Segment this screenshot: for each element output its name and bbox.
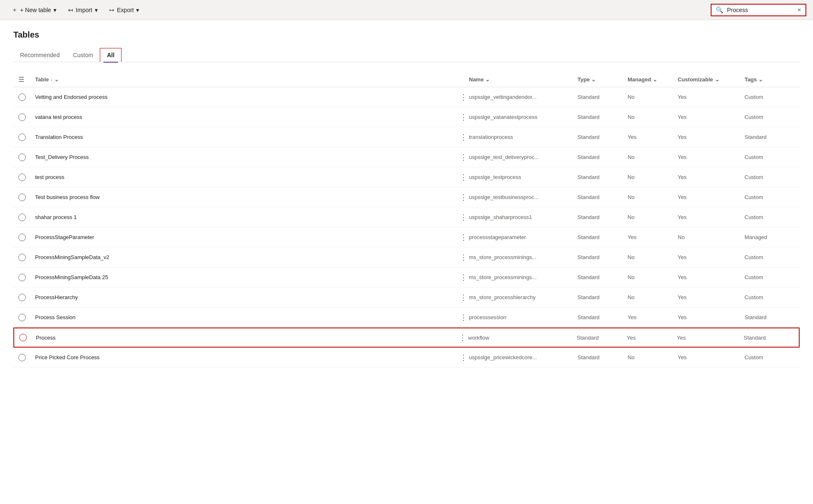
table-row[interactable]: Translation Process ⋮ translationprocess… (13, 127, 800, 147)
search-input[interactable] (727, 7, 794, 13)
managed-cell: No (628, 114, 678, 120)
table-row[interactable]: Process Session ⋮ processsession Standar… (13, 307, 800, 328)
row-more-button[interactable]: ⋮ (457, 312, 469, 323)
row-more-button[interactable]: ⋮ (457, 92, 469, 103)
table-row[interactable]: ProcessStageParameter ⋮ processstagepara… (13, 227, 800, 247)
row-radio[interactable] (18, 314, 26, 321)
export-label: Export (117, 7, 134, 13)
tab-recommended[interactable]: Recommended (13, 48, 66, 62)
row-more-button[interactable]: ⋮ (457, 172, 469, 183)
managed-cell: No (628, 154, 678, 160)
table-row[interactable]: vatana test process ⋮ uspsslge_vatanates… (13, 107, 800, 127)
table-name-cell: Process (36, 335, 456, 341)
page-title: Tables (13, 30, 800, 40)
row-more-button[interactable]: ⋮ (457, 112, 469, 123)
import-chevron: ▾ (95, 7, 98, 13)
row-radio[interactable] (18, 93, 26, 101)
table-row[interactable]: Process ⋮ workflow Standard Yes Yes Stan… (13, 328, 800, 348)
type-col-header[interactable]: Type ⌄ (577, 76, 628, 83)
row-radio[interactable] (18, 174, 26, 181)
export-icon: ↦ (109, 7, 114, 13)
row-radio[interactable] (18, 113, 26, 121)
tags-cell: Custom (745, 274, 795, 280)
import-icon: ↤ (68, 7, 73, 13)
row-radio[interactable] (18, 214, 26, 221)
tags-cell: Standard (744, 335, 794, 341)
row-more-button[interactable]: ⋮ (457, 252, 469, 263)
managed-cell: Yes (628, 234, 678, 240)
row-radio[interactable] (18, 234, 26, 241)
table-row[interactable]: test process ⋮ uspsslge_testprocess Stan… (13, 167, 800, 187)
row-radio[interactable] (18, 194, 26, 201)
table-name-cell: Translation Process (35, 134, 457, 140)
row-radio[interactable] (18, 154, 26, 161)
managed-cell: No (628, 214, 678, 220)
customizable-col-label: Customizable (678, 76, 713, 83)
name-cell: uspsslge_vettingandendor... (469, 94, 577, 100)
table-name-cell: Vetting and Endorsed process (35, 94, 457, 100)
table-row[interactable]: Price Picked Core Process ⋮ uspsslge_pri… (13, 348, 800, 368)
managed-cell: No (628, 174, 678, 180)
new-table-button[interactable]: ＋ + New table ▾ (7, 4, 61, 16)
row-more-button[interactable]: ⋮ (457, 212, 469, 223)
customizable-cell: Yes (678, 274, 745, 280)
table-col-header[interactable]: Table ↓ ⌄ (35, 76, 457, 83)
row-radio[interactable] (19, 334, 27, 341)
row-radio[interactable] (18, 354, 26, 361)
table-row[interactable]: Vetting and Endorsed process ⋮ uspsslge_… (13, 87, 800, 107)
tab-custom[interactable]: Custom (66, 48, 100, 62)
customizable-cell: Yes (678, 154, 745, 160)
row-radio[interactable] (18, 294, 26, 301)
table-row[interactable]: ProcessMiningSampleData 25 ⋮ ms_store_pr… (13, 267, 800, 287)
managed-cell: No (628, 194, 678, 200)
managed-col-header[interactable]: Managed ⌄ (628, 76, 678, 83)
row-more-button[interactable]: ⋮ (457, 232, 469, 243)
name-cell: uspsslge_test_deliveryproc... (469, 154, 577, 160)
type-cell: Standard (577, 274, 628, 280)
tags-cell: Custom (745, 114, 795, 120)
table-name-cell: shahar process 1 (35, 214, 457, 220)
tags-cell: Custom (745, 214, 795, 220)
table-row[interactable]: Test business process flow ⋮ uspsslge_te… (13, 187, 800, 207)
tags-cell: Custom (745, 154, 795, 160)
new-table-label: + New table (20, 7, 51, 13)
type-cell: Standard (577, 94, 628, 100)
type-cell: Standard (577, 314, 628, 320)
customizable-col-header[interactable]: Customizable ⌄ (678, 76, 745, 83)
row-more-button[interactable]: ⋮ (456, 332, 468, 343)
name-cell: ms_store_processminings... (469, 254, 577, 260)
table-row[interactable]: ProcessHierarchy ⋮ ms_store_processhiera… (13, 287, 800, 307)
name-cell: ms_store_processminings... (469, 274, 577, 280)
row-radio[interactable] (18, 274, 26, 281)
tags-cell: Managed (745, 234, 795, 240)
tags-cell: Standard (745, 134, 795, 140)
customizable-cell: Yes (678, 214, 745, 220)
row-more-button[interactable]: ⋮ (457, 132, 469, 143)
tags-col-label: Tags (745, 76, 757, 83)
customizable-col-chevron: ⌄ (715, 76, 719, 83)
table-row[interactable]: shahar process 1 ⋮ uspsslge_shaharproces… (13, 207, 800, 227)
tags-cell: Custom (745, 94, 795, 100)
row-more-button[interactable]: ⋮ (457, 272, 469, 283)
tab-all[interactable]: All (100, 48, 122, 62)
list-view-icon[interactable]: ☰ (18, 76, 24, 83)
row-radio[interactable] (18, 254, 26, 261)
table-container: ☰ Table ↓ ⌄ Name ⌄ Type ⌄ Managed ⌄ Cust… (13, 72, 800, 368)
name-cell: processstageparameter (469, 234, 577, 240)
table-row[interactable]: Test_Delivery Process ⋮ uspsslge_test_de… (13, 147, 800, 167)
table-name-cell: ProcessHierarchy (35, 294, 457, 300)
row-radio[interactable] (18, 134, 26, 141)
select-all-col: ☰ (18, 76, 35, 83)
row-more-button[interactable]: ⋮ (457, 192, 469, 203)
row-more-button[interactable]: ⋮ (457, 292, 469, 303)
row-more-button[interactable]: ⋮ (457, 152, 469, 163)
table-col-label: Table (35, 76, 49, 83)
table-header: ☰ Table ↓ ⌄ Name ⌄ Type ⌄ Managed ⌄ Cust… (13, 72, 800, 87)
row-more-button[interactable]: ⋮ (457, 352, 469, 363)
tags-col-header[interactable]: Tags ⌄ (745, 76, 795, 83)
import-button[interactable]: ↤ Import ▾ (63, 4, 103, 16)
close-icon[interactable]: ✕ (797, 7, 801, 13)
table-row[interactable]: ProcessMiningSampleData_v2 ⋮ ms_store_pr… (13, 247, 800, 267)
name-col-header[interactable]: Name ⌄ (469, 76, 577, 83)
export-button[interactable]: ↦ Export ▾ (104, 4, 144, 16)
